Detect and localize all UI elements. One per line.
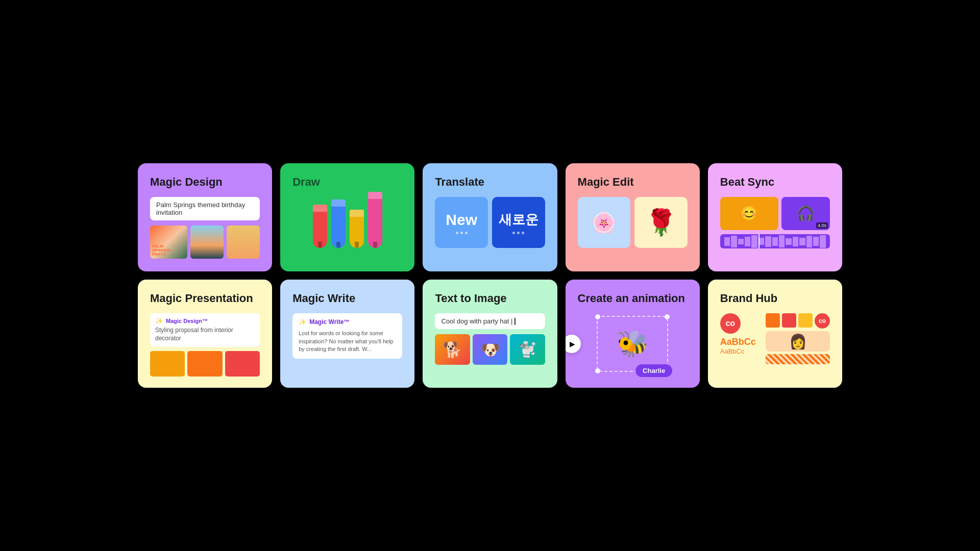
wave-bar-10: [786, 238, 791, 245]
translate-dot-3: [465, 232, 468, 234]
tti-image-1: 🐕: [435, 334, 470, 365]
beat-sync-videos: 😊 🎧 4.0s: [720, 197, 830, 230]
bh-font-small: AaBbCc: [720, 347, 762, 355]
mw-inner: ✨ Magic Write™ Lost for words or looking…: [292, 313, 402, 358]
card-create-animation[interactable]: Create an animation ▶ 🐝 Charlie: [566, 280, 700, 388]
mw-text-content: Lost for words or looking for some inspi…: [299, 330, 396, 353]
translate-content: New 새로운: [435, 197, 545, 248]
translate-dot-5: [517, 232, 520, 234]
charlie-badge: Charlie: [635, 364, 672, 377]
marker-blue: [331, 199, 346, 248]
mp-slide-1: [150, 351, 185, 377]
rose-emoji: 🌹: [645, 208, 677, 237]
bh-pattern: [766, 354, 830, 364]
bee-emoji: 🐝: [617, 329, 648, 359]
wave-bar-2: [731, 236, 737, 247]
magic-write-title: Magic Write: [292, 292, 402, 305]
card-beat-sync[interactable]: Beat Sync 😊 🎧 4.0s: [708, 163, 842, 271]
wave-bar-11: [793, 237, 798, 247]
bh-person-emoji: 👩: [789, 333, 807, 350]
card-magic-write[interactable]: Magic Write ✨ Magic Write™ Lost for word…: [280, 280, 414, 388]
card-brand-hub[interactable]: Brand Hub co AaBbCc AaBbCc co: [708, 280, 842, 388]
bh-font-large: AaBbCc: [720, 337, 762, 347]
bh-palette: co: [766, 313, 830, 329]
marker-pink: [368, 192, 382, 248]
anim-content: ▶ 🐝 Charlie: [578, 313, 688, 374]
wave-bar-8: [772, 237, 778, 246]
bh-left: co AaBbCc AaBbCc: [720, 313, 762, 364]
corner-top-right: [665, 314, 670, 319]
palm-springs-image-2: [190, 226, 224, 259]
magic-design-input[interactable]: Palm Springs themed birthday invitation: [150, 197, 260, 220]
play-button[interactable]: ▶: [566, 335, 581, 353]
card-translate[interactable]: Translate New 새로운: [423, 163, 557, 271]
card-magic-presentation[interactable]: Magic Presentation ✨ Magic Design™ Styli…: [138, 280, 272, 388]
mw-header: ✨ Magic Write™: [299, 318, 396, 325]
magic-edit-image-1: 🌸: [578, 197, 631, 248]
marker-yellow: [350, 210, 364, 248]
translate-english: New: [435, 197, 488, 248]
mw-brand-label: Magic Write™: [309, 318, 350, 325]
translate-word-korean: 새로운: [499, 211, 538, 229]
wave-bar-7: [765, 236, 771, 247]
beat-waveform: [720, 234, 830, 248]
beat-video-2: 🎧 4.0s: [781, 197, 830, 230]
translate-title: Translate: [435, 176, 545, 189]
tti-input[interactable]: Cool dog with party hat |: [435, 313, 545, 329]
create-animation-title: Create an animation: [578, 292, 688, 305]
beat-progress-line: [758, 234, 760, 248]
wave-bar-14: [813, 237, 819, 246]
translate-word-english: New: [446, 211, 477, 229]
card-draw[interactable]: Draw: [280, 163, 414, 271]
translate-korean: 새로운: [492, 197, 545, 248]
magic-edit-title: Magic Edit: [578, 176, 688, 189]
card-magic-edit[interactable]: Magic Edit 🌸 🌹: [566, 163, 700, 271]
bh-fonts: AaBbCc AaBbCc: [720, 337, 762, 355]
mw-sparkle-icon: ✨: [299, 318, 306, 325]
tti-image-2: 🐶: [473, 334, 507, 365]
tti-dog-2: 🐶: [481, 341, 500, 359]
beat-video-1: 😊: [720, 197, 778, 230]
translate-dot-2: [460, 232, 463, 234]
bh-logo: co: [720, 313, 741, 334]
anim-dashed-box: 🐝 Charlie: [597, 316, 668, 372]
wave-bar-5: [751, 235, 757, 248]
tti-dog-1: 🐕: [443, 341, 462, 359]
tti-image-3: 🐩: [510, 334, 545, 365]
wave-bar-15: [820, 235, 825, 248]
card-text-to-image[interactable]: Text to Image Cool dog with party hat | …: [423, 280, 557, 388]
bh-right: co 👩: [766, 313, 830, 364]
wave-bar-1: [724, 237, 730, 246]
bh-color-yellow: [798, 313, 813, 328]
beat-headphones-emoji: 🎧: [797, 205, 815, 222]
beat-sync-title: Beat Sync: [720, 176, 830, 189]
palm-springs-image-3: [227, 226, 260, 259]
mp-slides: [150, 351, 260, 377]
draw-title: Draw: [292, 176, 402, 189]
tti-images: 🐕 🐶 🐩: [435, 334, 545, 365]
feature-grid: Magic Design Palm Springs themed birthda…: [138, 163, 842, 388]
palm-springs-image-1: PALMSPRINGSPARTY: [150, 226, 187, 259]
mp-inner: ✨ Magic Design™ Styling proposal from in…: [150, 313, 260, 346]
bh-photo: 👩: [766, 331, 830, 352]
wave-bar-12: [799, 238, 805, 245]
mp-slide-3: [225, 351, 260, 377]
mp-brand-label: Magic Design™: [166, 318, 208, 324]
bh-logo-2: co: [815, 313, 830, 329]
wave-bar-4: [745, 237, 750, 247]
beat-timer: 4.0s: [816, 222, 828, 229]
bh-content: co AaBbCc AaBbCc co 👩: [720, 313, 830, 364]
card-magic-design[interactable]: Magic Design Palm Springs themed birthda…: [138, 163, 272, 271]
translate-dot-1: [456, 232, 458, 234]
mp-subtitle-text: Styling proposal from interior decorator: [155, 327, 255, 342]
tti-dog-3: 🐩: [518, 341, 537, 359]
marker-red: [313, 205, 327, 248]
translate-dot-6: [522, 232, 524, 234]
wave-bar-9: [779, 235, 785, 247]
magic-edit-image-2: 🌹: [634, 197, 688, 248]
magic-design-images: PALMSPRINGSPARTY: [150, 226, 260, 259]
corner-top-left: [595, 314, 600, 319]
mp-inner-header: ✨ Magic Design™: [155, 317, 255, 324]
beat-person-emoji: 😊: [740, 205, 758, 222]
draw-markers: [292, 197, 402, 248]
